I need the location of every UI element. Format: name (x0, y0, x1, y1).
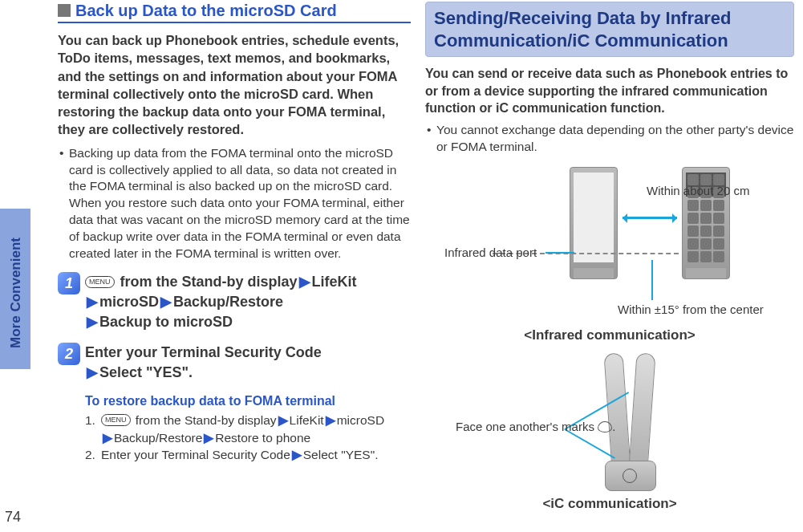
heading-text: Back up Data to the microSD Card (75, 2, 337, 19)
step-2: 2 Enter your Terminal Security Code ▶Sel… (58, 343, 411, 383)
note-bullet: Backing up data from the FOMA terminal o… (58, 145, 411, 262)
step-1-body: MENU from the Stand-by display▶LifeKit ▶… (85, 272, 411, 333)
intro-paragraph: You can back up Phonebook entries, sched… (58, 31, 411, 139)
face-label-a: Face one another's marks (456, 420, 598, 433)
arrow-icon: ▶ (202, 431, 215, 445)
menu-key-icon: MENU (101, 414, 131, 426)
ic-illustration: Face one another's marks . <iC communica… (425, 348, 794, 513)
arrow-icon: ▶ (159, 294, 173, 310)
r1-s1: LifeKit (290, 413, 324, 427)
arrow-icon: ▶ (101, 431, 114, 445)
r1-s3: Backup/Restore (114, 431, 202, 445)
heading-backup: Back up Data to the microSD Card (58, 2, 411, 23)
r1-a: from the Stand-by display (132, 413, 277, 427)
arrow-icon: ▶ (298, 274, 312, 290)
right-intro: You can send or receive data such as Pho… (425, 65, 794, 117)
right-bullet: You cannot exchange data depending on th… (425, 122, 794, 156)
arrow-icon: ▶ (290, 448, 303, 461)
ir-port-label: Infrared data port (444, 246, 537, 259)
step-1-text: from the Stand-by display (116, 274, 298, 290)
face-label-b: . (612, 420, 615, 433)
r1-s2: microSD (337, 413, 384, 427)
side-tab-label: More Convenient (8, 229, 24, 357)
arrow-icon: ▶ (277, 413, 290, 427)
square-bullet-icon (58, 4, 71, 17)
step-1-seg1: LifeKit (312, 274, 357, 290)
r1-s4: Restore to phone (215, 431, 310, 445)
step-2-body: Enter your Terminal Security Code ▶Selec… (85, 343, 411, 383)
r2-s: Select "YES". (303, 448, 379, 461)
restore-step-1: 1. MENU from the Stand-by display▶LifeKi… (85, 412, 411, 446)
step-1-seg2: microSD (99, 294, 159, 310)
restore-num-1: 1. (85, 412, 101, 446)
ic-caption: <iC communication> (425, 496, 794, 512)
distance-label: Within about 20 cm (647, 183, 749, 199)
side-tab: More Convenient (0, 209, 30, 369)
right-column: Sending/Receiving Data by Infrared Commu… (425, 2, 794, 513)
step-1-seg3: Backup/Restore (173, 294, 283, 310)
restore-subheading: To restore backup data to FOMA terminal (85, 394, 411, 408)
step-number-1: 1 (58, 272, 80, 294)
restore-steps: 1. MENU from the Stand-by display▶LifeKi… (85, 412, 411, 464)
page-number: 74 (5, 509, 21, 526)
pointer-line-icon (545, 252, 574, 254)
angle-label: Within ±15° from the center (618, 302, 764, 318)
step-number-2: 2 (58, 343, 80, 365)
left-column: Back up Data to the microSD Card You can… (58, 2, 411, 464)
arrow-icon: ▶ (324, 413, 337, 427)
step-1-seg4: Backup to microSD (99, 314, 233, 330)
restore-step-2: 2. Enter your Terminal Security Code▶Sel… (85, 446, 411, 464)
r2-a: Enter your Terminal Security Code (101, 448, 290, 461)
menu-key-icon: MENU (85, 276, 115, 288)
arrow-icon: ▶ (85, 364, 99, 380)
infrared-caption: <Infrared communication> (425, 327, 794, 343)
phone-icon (570, 167, 618, 279)
felica-mark-icon (598, 421, 612, 433)
pointer-line-icon (651, 260, 653, 300)
section-header: Sending/Receiving Data by Infrared Commu… (425, 2, 794, 57)
arrow-icon: ▶ (85, 294, 99, 310)
felica-mark-icon (623, 469, 637, 483)
infrared-illustration: Infrared data port Within about 20 cm Wi… (425, 160, 794, 345)
face-mark-label: Face one another's marks . (456, 419, 615, 435)
restore-num-2: 2. (85, 446, 101, 464)
step-2-seg: Select "YES". (99, 364, 193, 380)
double-arrow-icon (623, 217, 677, 219)
step-2-line1: Enter your Terminal Security Code (85, 344, 322, 360)
step-1: 1 MENU from the Stand-by display▶LifeKit… (58, 272, 411, 333)
arrow-icon: ▶ (85, 314, 99, 330)
